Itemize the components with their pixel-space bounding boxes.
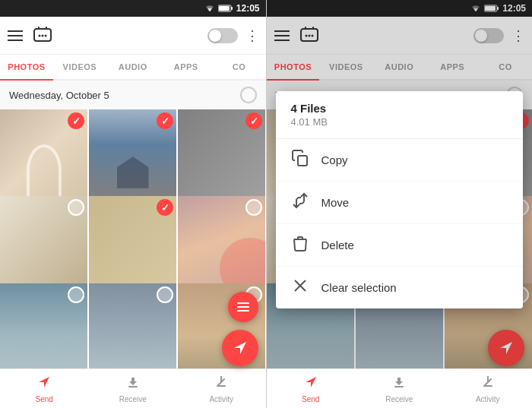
top-bar-left: ⋮ [0,17,266,55]
status-time-left: 12:05 [236,3,260,14]
nav-activity-right[interactable]: Activity [444,369,533,408]
tab-photos[interactable]: PHOTOS [0,55,53,81]
check-5[interactable] [157,199,173,216]
more-options-icon[interactable]: ⋮ [245,27,258,44]
check-1[interactable] [68,112,84,129]
tab-apps[interactable]: APPS [160,55,213,79]
svg-point-5 [42,34,44,36]
left-screen: 12:05 ⋮ PHOTOS [0,0,266,408]
tab-videos[interactable]: VIDEOS [53,55,106,79]
svg-rect-22 [394,386,404,387]
hamburger-icon[interactable] [8,30,23,41]
photo-cell-4[interactable] [0,196,87,283]
photo-cell-2[interactable] [89,109,176,197]
file-size: 4.01 MB [291,116,508,128]
nav-receive-right[interactable]: Receive [355,369,444,408]
tabs-left: PHOTOS VIDEOS AUDIO APPS CO [0,55,266,81]
svg-point-6 [45,34,47,36]
check-3[interactable] [245,112,262,129]
receive-icon [125,375,141,394]
photo-cell-8[interactable] [89,283,176,368]
svg-rect-19 [298,156,307,166]
photo-cell-5[interactable] [89,196,176,283]
photo-cell-7[interactable] [0,283,87,368]
check-8[interactable] [157,286,173,303]
tab-audio[interactable]: AUDIO [106,55,160,79]
delete-icon [291,235,309,255]
svg-rect-10 [128,386,138,387]
bottom-nav-left: Send Receive Activity [0,368,266,408]
date-text-left: Wednesday, October 5 [9,90,109,101]
svg-rect-9 [237,310,249,312]
nav-send-label: Send [36,395,53,403]
copy-icon [291,150,309,170]
check-6[interactable] [245,199,262,216]
nav-send-label-right: Send [302,395,319,403]
fab-area-left [222,292,258,366]
photo-cell-3[interactable] [178,109,265,197]
popup-item-delete[interactable]: Delete [276,224,524,267]
svg-rect-7 [237,302,249,304]
popup-menu: 4 Files 4.01 MB Copy Move [276,91,524,308]
nav-receive-left[interactable]: Receive [89,369,178,408]
clear-label: Clear selection [321,281,397,294]
fab-send-button[interactable] [222,330,258,366]
status-icons: 12:05 [204,3,260,14]
nav-receive-label-right: Receive [385,395,413,403]
popup-header: 4 Files 4.01 MB [276,91,524,139]
photo-cell-1[interactable] [0,109,87,197]
check-7[interactable] [68,286,84,303]
nav-receive-label: Receive [119,395,147,403]
popup-item-move[interactable]: Move [276,182,524,224]
svg-rect-2 [231,7,233,10]
receive-icon-right [391,375,407,394]
date-header-left: Wednesday, October 5 [0,81,266,109]
send-icon [36,375,52,394]
right-screen: 12:05 ⋮ PHOTOS [266,0,533,408]
popup-item-clear[interactable]: Clear selection [276,267,524,308]
battery-icon [218,4,233,13]
move-label: Move [321,196,350,209]
nav-activity-label: Activity [209,395,233,403]
fab-list-button[interactable] [228,292,258,322]
move-icon [291,192,309,213]
toggle-switch[interactable] [207,28,238,43]
activity-icon [214,375,229,394]
nav-activity-left[interactable]: Activity [177,369,266,408]
delete-label: Delete [321,239,354,251]
svg-rect-1 [219,6,230,11]
status-bar-left: 12:05 [0,0,266,17]
top-bar-left-icons [8,25,53,46]
tab-co[interactable]: CO [213,55,266,79]
wifi-icon [204,4,215,13]
nav-activity-label-right: Activity [476,395,500,403]
nav-send-left[interactable]: Send [0,369,89,408]
check-2[interactable] [157,112,173,129]
date-circle-left[interactable] [240,87,257,103]
send-icon-right [303,375,318,394]
svg-point-4 [39,34,41,36]
svg-rect-8 [237,306,249,308]
copy-label: Copy [321,153,348,166]
photo-cell-6[interactable] [178,196,265,283]
file-count: 4 Files [291,102,508,115]
nav-send-right[interactable]: Send [267,369,356,408]
check-4[interactable] [68,199,84,216]
svg-rect-23 [483,385,492,387]
svg-rect-11 [217,385,226,387]
bottom-nav-right: Send Receive Activity [267,368,533,408]
activity-icon-right [480,375,496,394]
popup-item-copy[interactable]: Copy [276,139,524,182]
clear-icon [291,277,309,298]
top-bar-right-icons: ⋮ [207,27,258,44]
chat-icon[interactable] [32,25,53,46]
